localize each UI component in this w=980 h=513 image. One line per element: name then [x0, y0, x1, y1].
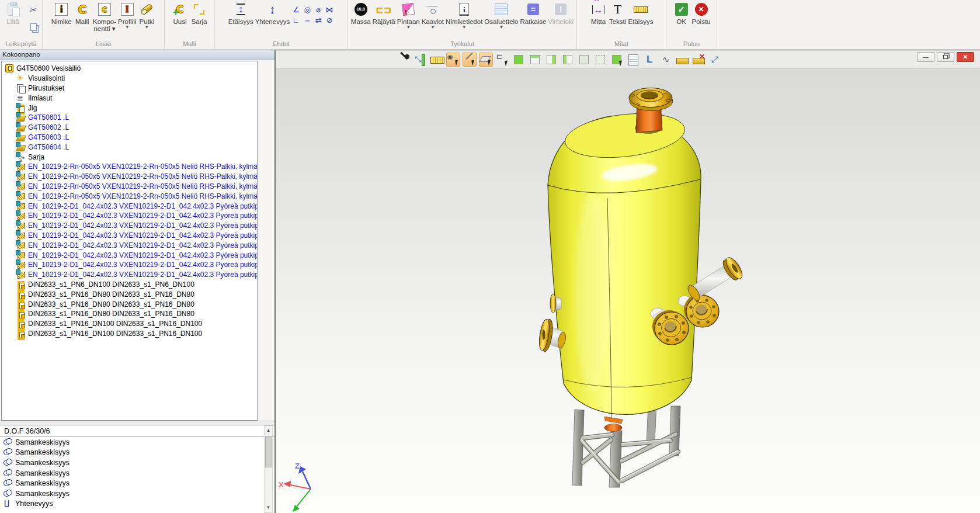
axis-z-label: Z [295, 462, 300, 470]
tree-item[interactable]: EN_10219-2-Rn-050x5 VXEN10219-2-Rn-050x5… [2, 162, 257, 172]
scroll-down-icon[interactable]: ▼ [265, 503, 272, 512]
ribbon-button[interactable]: ✕ Poistu [692, 2, 711, 25]
tree-item[interactable]: G4T50604 .L [2, 142, 257, 152]
ribbon-button[interactable]: 10,0 Massa [351, 2, 371, 25]
tree-item-label: G4T50604 .L [28, 143, 69, 151]
ribbon-button[interactable]: C Malli [74, 2, 91, 25]
tree-item-icon [16, 162, 25, 171]
tree-item[interactable]: G4T50600 Vesisäiliö [2, 64, 257, 74]
constraint-item-label: Samankeskisyys [15, 469, 69, 477]
ribbon-button[interactable]: ↨ Yhtenevyys [255, 2, 290, 25]
model-viewport[interactable]: — ✕ [276, 50, 980, 513]
tree-item[interactable]: DIN2633_s1_PN16_DN80 DIN2633_s1_PN16_DN8… [2, 299, 257, 309]
tree-item[interactable]: EN_10219-2-D1_042.4x02.3 VXEN10219-2-D1_… [2, 201, 257, 211]
ribbon-button[interactable]: Liitä [1, 2, 25, 25]
ribbon-button[interactable]: 45↔ Mitta [590, 2, 607, 25]
ribbon-button[interactable]: i Nimike [51, 2, 72, 25]
tree-item[interactable]: EN_10219-2-D1_042.4x02.3 VXEN10219-2-D1_… [2, 231, 257, 241]
constraint-icon[interactable]: ⇔ [303, 16, 312, 25]
ribbon-button[interactable]: Kaaviot ▾ [422, 2, 444, 29]
tree-item[interactable]: G4T50601 .L [2, 113, 257, 123]
constraints-scrollbar[interactable]: ▲ ▼ [264, 425, 273, 513]
tree-item[interactable]: EN_10219-2-D1_042.4x02.3 VXEN10219-2-D1_… [2, 240, 257, 250]
ribbon-group-clipboard: Liitä ✂ Leikepöytä [0, 0, 43, 49]
ribbon-button[interactable]: Putki ▾ [138, 2, 155, 29]
constraint-icon[interactable]: ∟ [291, 16, 301, 25]
constraint-item-icon [3, 469, 12, 477]
constraint-item-label: Yhtenevyys [15, 500, 53, 508]
tree-item[interactable]: EN_10219-2-Rn-050x5 VXEN10219-2-Rn-050x5… [2, 172, 257, 182]
constraint-icon[interactable]: ⋈ [325, 5, 334, 15]
ribbon-button[interactable]: Pintaan ▾ [397, 2, 420, 29]
drain-nozzle[interactable] [604, 417, 623, 432]
constraint-item[interactable]: Samankeskisyys [0, 448, 274, 458]
vessel-body[interactable] [548, 108, 701, 420]
scroll-up-icon[interactable]: ▲ [265, 426, 272, 435]
constraint-item[interactable]: Samankeskisyys [0, 437, 274, 448]
ribbon-button[interactable]: Etäisyys [628, 2, 654, 25]
constraint-icon[interactable]: ◎ [303, 5, 312, 15]
ribbon-button[interactable]: C Uusi [171, 2, 189, 25]
ribbon-group-tools: 10,0 Massa ⊏⊐ Räjäytä Pintaan ▾ Kaaviot … [348, 0, 577, 49]
constraint-item[interactable]: Samankeskisyys [0, 457, 274, 468]
ribbon-button[interactable]: T Teksti [609, 2, 627, 25]
tree-item[interactable]: EN_10219-2-D1_042.4x02.3 VXEN10219-2-D1_… [2, 250, 257, 260]
tree-item[interactable]: DIN2633_s1_PN6_DN100 DIN2633_s1_PN6_DN10… [2, 280, 257, 290]
tree-item[interactable]: G4T50603 .L [2, 133, 257, 143]
tree-item-label: DIN2633_s1_PN16_DN100 DIN2633_s1_PN16_DN… [28, 320, 202, 328]
tree-item[interactable]: Jig [2, 103, 257, 113]
tree-item[interactable]: Ilmiasut [2, 93, 257, 103]
panel-splitter[interactable]: ▼ [0, 421, 274, 425]
ribbon-group-model: C Uusi Sarja Malli [165, 0, 215, 49]
scroll-thumb[interactable] [265, 436, 272, 467]
tree-item[interactable]: DIN2633_s1_PN16_DN80 DIN2633_s1_PN16_DN8… [2, 289, 257, 299]
tree-item[interactable]: Piirustukset [2, 84, 257, 93]
tree-item[interactable]: EN_10219-2-D1_042.4x02.3 VXEN10219-2-D1_… [2, 211, 257, 221]
tree-item-icon [16, 231, 25, 240]
3d-scene[interactable]: X Z [276, 50, 980, 513]
constraint-item[interactable]: Samankeskisyys [0, 488, 274, 499]
constraint-icon[interactable]: ∠ [291, 5, 301, 15]
ribbon-button[interactable] [26, 19, 41, 36]
tree-item-icon [16, 74, 25, 82]
ribbon-button[interactable]: Osaluettelo ▾ [484, 2, 518, 29]
tree-item-icon [16, 172, 25, 181]
ribbon-button[interactable]: ↕ Etäisyys [228, 2, 253, 25]
ribbon-button[interactable]: Sarja [190, 2, 208, 25]
tree-item[interactable]: DIN2633_s1_PN16_DN100 DIN2633_s1_PN16_DN… [2, 329, 257, 339]
ribbon-button[interactable]: i Nimiketiedot ▾ [446, 2, 482, 29]
tree-item[interactable]: EN_10219-2-D1_042.4x02.3 VXEN10219-2-D1_… [2, 221, 257, 231]
tree-item[interactable]: EN_10219-2-D1_042.4x02.3 VXEN10219-2-D1_… [2, 270, 257, 280]
ribbon-button[interactable]: ✂ [26, 2, 41, 18]
tree-item-label: EN_10219-2-D1_042.4x02.3 VXEN10219-2-D1_… [28, 231, 258, 240]
ribbon-button[interactable]: = Ratkaise [520, 2, 547, 25]
tree-item[interactable]: DIN2633_s1_PN16_DN80 DIN2633_s1_PN16_DN8… [2, 309, 257, 319]
tree-item-label: G4T50603 .L [28, 133, 69, 141]
constraint-icon[interactable]: ⌀ [314, 5, 323, 15]
tree-item-icon [16, 280, 25, 289]
constraint-item-icon [3, 438, 12, 446]
tree-item[interactable]: Visualisointi [2, 74, 257, 84]
tree-item[interactable]: EN_10219-2-D1_042.4x02.3 VXEN10219-2-D1_… [2, 260, 257, 270]
tree-item[interactable]: EN_10219-2-Rn-050x5 VXEN10219-2-Rn-050x5… [2, 191, 257, 201]
tree-item[interactable]: Sarja [2, 152, 257, 162]
tree-item[interactable]: EN_10219-2-Rn-050x5 VXEN10219-2-Rn-050x5… [2, 182, 257, 192]
tree-item-icon [16, 241, 25, 249]
ribbon-button[interactable]: ✓ OK [673, 2, 690, 25]
constraint-icon[interactable]: ⇄ [314, 16, 323, 25]
constraint-list[interactable]: Samankeskisyys Samankeskisyys Samankeski… [0, 437, 274, 512]
tree-item-label: Ilmiasut [28, 94, 52, 102]
constraint-item[interactable]: Samankeskisyys [0, 468, 274, 479]
ribbon-button[interactable]: I Profiili ▾ [118, 2, 136, 29]
tree-item[interactable]: G4T50602 .L [2, 123, 257, 133]
assembly-tree[interactable]: G4T50600 Vesisäiliö Visualisointi Piirus… [1, 61, 258, 421]
tree-item-icon [16, 320, 25, 328]
ribbon-button[interactable]: ! Virheloki [548, 2, 574, 25]
constraint-icon[interactable]: ⊘ [325, 16, 334, 25]
constraint-item[interactable]: Yhtenevyys [0, 499, 274, 509]
ribbon-button[interactable]: C Kompo- nentti ▾ [93, 2, 116, 32]
tree-item[interactable]: DIN2633_s1_PN16_DN100 DIN2633_s1_PN16_DN… [2, 319, 257, 329]
constraint-item[interactable]: Samankeskisyys [0, 478, 274, 488]
support-frame[interactable] [572, 404, 680, 487]
ribbon-button[interactable]: ⊏⊐ Räjäytä [373, 2, 395, 25]
